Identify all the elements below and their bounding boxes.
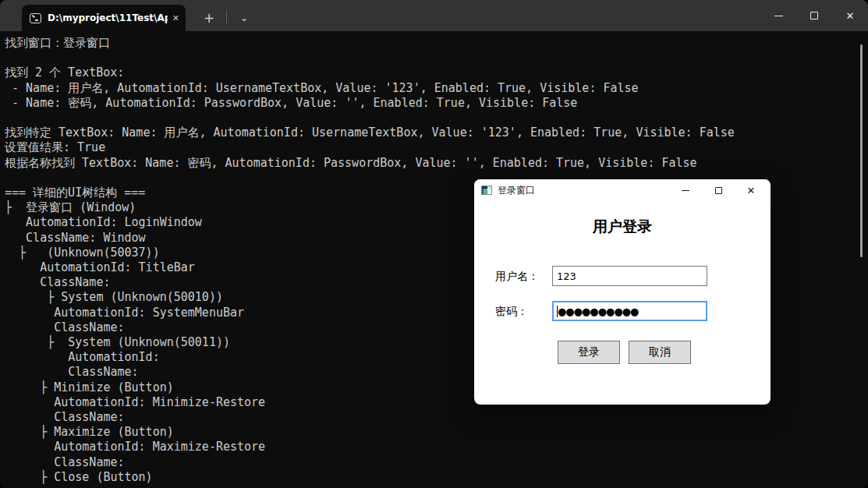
login-button[interactable]: 登录 bbox=[558, 341, 620, 364]
login-dialog-window: 登录窗口 ✕ 用户登录 用户名： 密码： ●●●●●●●●●● 登录 取消 bbox=[474, 179, 771, 405]
dialog-maximize-icon bbox=[715, 187, 722, 194]
maximize-button[interactable] bbox=[796, 0, 832, 31]
tab-close-icon[interactable]: ✕ bbox=[172, 14, 179, 23]
maximize-icon bbox=[810, 12, 818, 19]
close-button[interactable]: ✕ bbox=[832, 0, 868, 31]
command-prompt-icon bbox=[30, 13, 41, 23]
terminal-titlebar[interactable]: D:\myproject\11Test\AppUiAu ✕ + ⌄ ✕ bbox=[0, 0, 868, 31]
dialog-close-icon: ✕ bbox=[747, 186, 756, 196]
dialog-titlebar[interactable]: 登录窗口 ✕ bbox=[474, 179, 771, 201]
minimize-icon bbox=[774, 16, 783, 16]
dialog-minimize-button[interactable] bbox=[669, 179, 702, 201]
dialog-close-button[interactable]: ✕ bbox=[735, 179, 767, 201]
login-heading: 用户登录 bbox=[474, 217, 771, 237]
username-label: 用户名： bbox=[495, 270, 539, 284]
tab-title: D:\myproject\11Test\AppUiAu bbox=[48, 12, 168, 23]
cancel-button[interactable]: 取消 bbox=[629, 341, 691, 364]
dialog-maximize-button[interactable] bbox=[702, 179, 735, 201]
terminal-scrollbar[interactable] bbox=[860, 44, 863, 257]
screen: D:\myproject\11Test\AppUiAu ✕ + ⌄ ✕ 找到窗口… bbox=[0, 0, 868, 488]
password-masked-text: ●●●●●●●●●● bbox=[558, 306, 638, 316]
terminal-tab[interactable]: D:\myproject\11Test\AppUiAu ✕ bbox=[22, 5, 186, 31]
close-icon: ✕ bbox=[846, 11, 855, 21]
app-window-icon bbox=[481, 186, 492, 195]
password-label: 密码： bbox=[495, 305, 528, 319]
new-tab-button[interactable]: + bbox=[197, 6, 221, 30]
minimize-button[interactable] bbox=[760, 0, 796, 31]
tab-separator bbox=[226, 10, 227, 24]
tab-dropdown-button[interactable]: ⌄ bbox=[232, 6, 256, 30]
username-input[interactable] bbox=[552, 266, 707, 286]
password-input[interactable]: ●●●●●●●●●● bbox=[552, 301, 707, 321]
window-controls: ✕ bbox=[760, 0, 868, 31]
dialog-window-controls: ✕ bbox=[669, 179, 767, 201]
dialog-title: 登录窗口 bbox=[498, 184, 669, 197]
dialog-minimize-icon bbox=[682, 190, 689, 191]
